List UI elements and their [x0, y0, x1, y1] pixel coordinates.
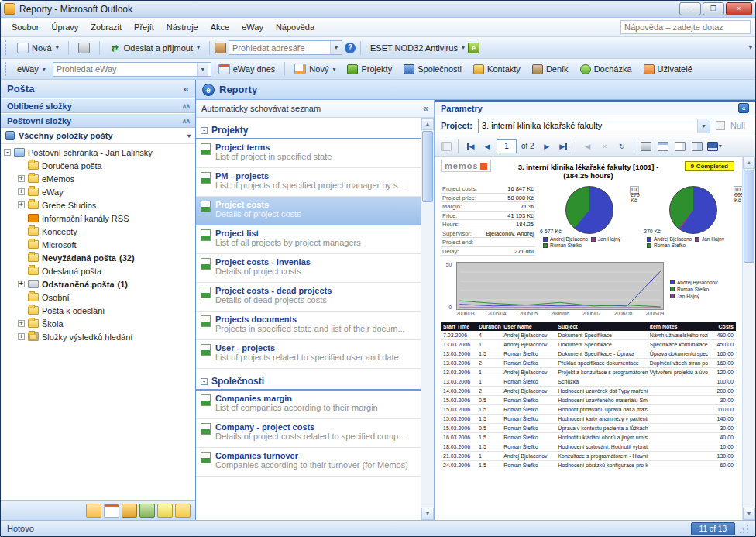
navpane-module-icon[interactable]: [86, 504, 101, 518]
print-button[interactable]: [74, 40, 94, 56]
close-button[interactable]: ×: [726, 2, 752, 15]
help-search-input[interactable]: [620, 20, 751, 34]
navpane-module-icon[interactable]: [104, 504, 119, 518]
expand-collapse-icon[interactable]: +: [18, 175, 25, 182]
report-list-item[interactable]: Companies margin List of companies accor…: [196, 391, 421, 419]
chevron-down-icon[interactable]: ▾: [697, 119, 710, 133]
expand-collapse-icon[interactable]: +: [18, 201, 25, 208]
navpane-module-icon[interactable]: [157, 504, 173, 518]
collapse-pane-icon[interactable]: «: [184, 84, 189, 95]
folder-tree-item[interactable]: + Škola: [1, 317, 195, 330]
eset-antivirus-button[interactable]: ESET NOD32 Antivirus▾ e: [366, 40, 484, 56]
folder-tree-item[interactable]: Koncepty: [1, 225, 195, 238]
scroll-up-icon[interactable]: ▲: [743, 157, 755, 169]
toolbar-handle[interactable]: [5, 62, 8, 76]
print-layout-button[interactable]: [655, 139, 671, 154]
navpane-module-icon[interactable]: [139, 504, 155, 518]
expand-collapse-icon[interactable]: +: [18, 333, 25, 340]
menu-item[interactable]: Přejít: [128, 20, 160, 34]
folder-tree-item[interactable]: + Grebe Studios: [1, 198, 195, 212]
address-search-input[interactable]: [229, 41, 330, 54]
refresh-button[interactable]: ↻: [614, 139, 630, 154]
stop-button[interactable]: ×: [597, 139, 613, 154]
folder-tree-item[interactable]: Nevyžádaná pošta (32): [1, 251, 195, 264]
report-view-scrollbar[interactable]: ▲ ▼: [742, 157, 755, 520]
report-list-scrollbar[interactable]: ▲ ▼: [421, 118, 434, 520]
chevron-down-icon[interactable]: ▾: [197, 63, 208, 76]
report-list-item[interactable]: Companies turnover Companies according t…: [196, 448, 421, 477]
report-list-item[interactable]: Company - project costs Details of proje…: [196, 419, 421, 448]
report-list-item[interactable]: Project costs - Invenias Details of proj…: [196, 254, 421, 283]
report-list-item[interactable]: Project costs Details of project costs: [196, 197, 421, 225]
expand-collapse-icon[interactable]: -: [4, 149, 11, 156]
all-mail-items-selector[interactable]: Všechny položky pošty ▾: [1, 128, 195, 144]
eway-today-button[interactable]: eWay dnes: [214, 61, 280, 77]
menu-item[interactable]: eWay: [235, 20, 270, 34]
page-width-button[interactable]: [689, 139, 705, 154]
report-list-item[interactable]: Project terms List of project in specifi…: [196, 139, 421, 168]
folder-tree-item[interactable]: Pošta k odeslání: [1, 304, 195, 317]
parent-report-button[interactable]: ◀: [580, 139, 596, 154]
first-page-button[interactable]: ◀: [462, 139, 478, 154]
folder-tree-item[interactable]: + Složky výsledků hledání: [1, 330, 195, 343]
report-group-projekty[interactable]: Projekty: [196, 118, 421, 139]
scroll-down-icon[interactable]: ▼: [421, 508, 434, 520]
mail-folders-band[interactable]: Poštovní složky∧∧: [1, 113, 195, 128]
eway-module-button[interactable]: Kontakty: [469, 62, 525, 77]
folder-tree-item[interactable]: + eMemos: [1, 172, 195, 185]
collapse-group-icon[interactable]: [201, 378, 208, 385]
null-checkbox[interactable]: [716, 121, 725, 130]
page-number-input[interactable]: [497, 139, 517, 153]
next-page-button[interactable]: ▶: [539, 139, 555, 154]
eway-module-button[interactable]: Uživatelé: [639, 62, 697, 77]
print-report-button[interactable]: [638, 139, 654, 154]
page-setup-button[interactable]: [672, 139, 688, 154]
maximize-button[interactable]: ❐: [703, 2, 724, 15]
folder-tree-item[interactable]: Informační kanály RSS: [1, 212, 195, 225]
expand-collapse-icon[interactable]: +: [18, 320, 25, 327]
export-button[interactable]: ▾: [706, 139, 723, 154]
eway-module-button[interactable]: Deník: [527, 62, 573, 77]
folder-tree-item[interactable]: Odeslaná pošta: [1, 264, 195, 277]
eway-module-button[interactable]: Společnosti: [399, 62, 466, 77]
menu-item[interactable]: Soubor: [5, 20, 45, 34]
expand-collapse-icon[interactable]: +: [18, 281, 25, 287]
folder-tree-item[interactable]: Osobní: [1, 291, 195, 304]
eway-module-button[interactable]: Docházka: [576, 62, 637, 77]
report-list-item[interactable]: Project costs - dead projects Details of…: [196, 283, 421, 312]
help-icon[interactable]: ?: [345, 43, 356, 53]
menu-item[interactable]: Akce: [204, 20, 235, 34]
toolbar-handle[interactable]: [5, 40, 8, 55]
last-page-button[interactable]: ▶: [556, 139, 572, 154]
report-list-item[interactable]: User - projects List of projects related…: [196, 340, 421, 369]
menu-item[interactable]: Nápověda: [270, 20, 321, 34]
folder-tree-item[interactable]: - Poštovní schránka - Jan Lalinský: [1, 146, 195, 159]
chevron-down-icon[interactable]: ▾: [330, 41, 342, 54]
new-button[interactable]: Nová▾: [12, 40, 64, 56]
resize-grip[interactable]: [740, 524, 749, 533]
eway-new-button[interactable]: Nový▾: [290, 61, 340, 77]
scrollbar-thumb[interactable]: [744, 170, 754, 263]
scroll-down-icon[interactable]: ▼: [743, 508, 755, 520]
eway-module-button[interactable]: Projekty: [342, 62, 397, 77]
eway-search-input[interactable]: [53, 63, 197, 76]
menu-item[interactable]: Úpravy: [45, 20, 84, 34]
folder-tree-item[interactable]: + eWay: [1, 185, 195, 198]
menu-item[interactable]: Zobrazit: [84, 20, 128, 34]
report-list-item[interactable]: PM - projects List of projects of specif…: [196, 168, 421, 197]
collapse-parameters-icon[interactable]: «: [738, 103, 749, 113]
favorites-band[interactable]: Oblíbené složky∧∧: [1, 98, 195, 113]
previous-page-button[interactable]: ◀: [479, 139, 495, 154]
menu-item[interactable]: Nástroje: [160, 20, 204, 34]
project-combo-input[interactable]: [479, 119, 697, 133]
folder-tree-item[interactable]: Microsoft: [1, 238, 195, 251]
scrollbar-thumb[interactable]: [422, 131, 433, 202]
report-list-item[interactable]: Project list List of all projects by pro…: [196, 225, 421, 254]
report-group-spolecnosti[interactable]: Společnosti: [196, 369, 421, 391]
expand-collapse-icon[interactable]: +: [18, 188, 25, 195]
eway-menu-button[interactable]: eWay▾: [12, 62, 50, 76]
scroll-up-icon[interactable]: ▲: [421, 118, 434, 130]
send-receive-button[interactable]: ⇄ Odeslat a přijmout▾: [105, 40, 204, 56]
report-list-item[interactable]: Projects documents Projects in specified…: [196, 312, 421, 340]
document-map-button[interactable]: [438, 139, 454, 154]
